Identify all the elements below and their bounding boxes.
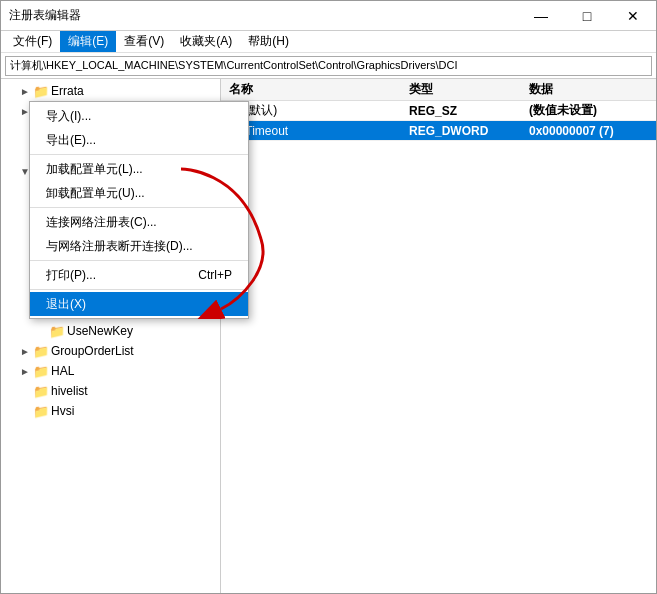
menu-separator-1 (30, 154, 248, 155)
menu-unload-hive[interactable]: 卸载配置单元(U)... (30, 181, 248, 205)
menu-separator-2 (30, 207, 248, 208)
window-title: 注册表编辑器 (9, 7, 81, 24)
menu-import[interactable]: 导入(I)... (30, 104, 248, 128)
close-button[interactable]: ✕ (610, 1, 656, 31)
menu-favorites[interactable]: 收藏夹(A) (172, 31, 240, 52)
menu-view[interactable]: 查看(V) (116, 31, 172, 52)
title-bar: 注册表编辑器 — □ ✕ (1, 1, 656, 31)
maximize-button[interactable]: □ (564, 1, 610, 31)
menu-edit[interactable]: 编辑(E) (60, 31, 116, 52)
main-content: ► 📁 Errata ► 📁 FileSystem ► 📁 FileSystem… (1, 79, 656, 593)
window-controls: — □ ✕ (518, 1, 656, 31)
menu-connect-registry[interactable]: 连接网络注册表(C)... (30, 210, 248, 234)
menu-load-hive[interactable]: 加载配置单元(L)... (30, 157, 248, 181)
menu-bar: 文件(F) 编辑(E) 查看(V) 收藏夹(A) 帮助(H) (1, 31, 656, 53)
menu-print[interactable]: 打印(P)... Ctrl+P (30, 263, 248, 287)
registry-editor-window: 注册表编辑器 — □ ✕ 文件(F) 编辑(E) 查看(V) 收藏夹(A) 帮助… (0, 0, 657, 594)
address-input[interactable] (5, 56, 652, 76)
minimize-button[interactable]: — (518, 1, 564, 31)
menu-help[interactable]: 帮助(H) (240, 31, 297, 52)
menu-separator-4 (30, 289, 248, 290)
menu-exit[interactable]: 退出(X) (30, 292, 248, 316)
address-bar (1, 53, 656, 79)
edit-dropdown-menu: 导入(I)... 导出(E)... 加载配置单元(L)... 卸载配置单元(U)… (29, 101, 249, 319)
menu-disconnect-registry[interactable]: 与网络注册表断开连接(D)... (30, 234, 248, 258)
menu-separator-3 (30, 260, 248, 261)
menu-export[interactable]: 导出(E)... (30, 128, 248, 152)
dropdown-overlay[interactable]: 导入(I)... 导出(E)... 加载配置单元(L)... 卸载配置单元(U)… (1, 79, 656, 593)
menu-file[interactable]: 文件(F) (5, 31, 60, 52)
